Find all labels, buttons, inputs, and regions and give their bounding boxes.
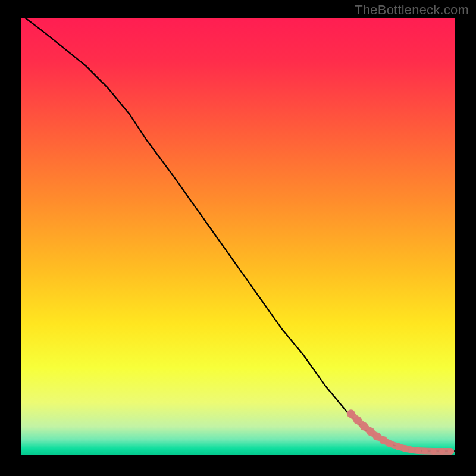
plot-frame	[21, 18, 455, 455]
plot-area	[21, 18, 455, 455]
curve-line	[25, 18, 455, 451]
svg-point-9	[402, 445, 409, 452]
svg-point-6	[380, 436, 388, 444]
data-overlay	[21, 18, 455, 455]
svg-point-12	[422, 448, 428, 454]
svg-point-14	[439, 448, 445, 454]
svg-point-13	[431, 448, 437, 454]
svg-point-8	[395, 443, 402, 450]
svg-point-2	[353, 416, 362, 424]
svg-point-3	[360, 422, 368, 431]
svg-point-11	[415, 448, 421, 454]
svg-point-1	[347, 409, 355, 418]
watermark-text: TheBottleneck.com	[355, 2, 469, 18]
svg-point-15	[448, 448, 454, 454]
svg-point-7	[387, 440, 394, 447]
scatter-points	[347, 409, 454, 454]
svg-point-10	[409, 447, 415, 453]
chart-stage: TheBottleneck.com	[0, 0, 476, 476]
